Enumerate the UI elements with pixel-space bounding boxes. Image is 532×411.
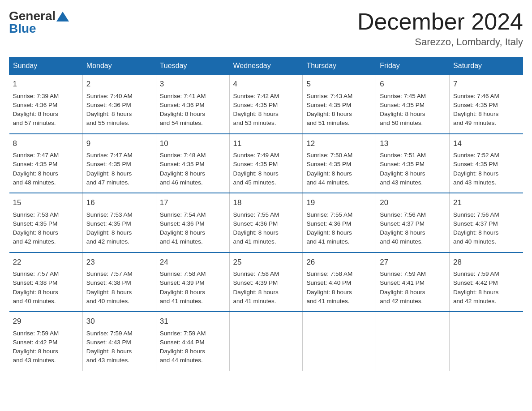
day-number: 10 <box>160 138 226 150</box>
calendar-cell: 4Sunrise: 7:42 AMSunset: 4:35 PMDaylight… <box>229 75 303 134</box>
calendar-cell: 6Sunrise: 7:45 AMSunset: 4:35 PMDaylight… <box>376 75 450 134</box>
logo-text-blue: Blue <box>9 21 69 36</box>
day-number: 31 <box>160 316 226 327</box>
day-number: 22 <box>13 257 79 268</box>
day-number: 21 <box>453 197 519 209</box>
calendar-cell: 19Sunrise: 7:55 AMSunset: 4:36 PMDayligh… <box>303 193 376 253</box>
calendar-cell: 26Sunrise: 7:58 AMSunset: 4:40 PMDayligh… <box>303 253 376 312</box>
calendar-cell: 15Sunrise: 7:53 AMSunset: 4:35 PMDayligh… <box>9 193 83 253</box>
calendar-cell: 8Sunrise: 7:47 AMSunset: 4:35 PMDaylight… <box>9 134 83 193</box>
calendar-cell: 11Sunrise: 7:49 AMSunset: 4:35 PMDayligh… <box>229 134 303 193</box>
calendar-cell: 18Sunrise: 7:55 AMSunset: 4:36 PMDayligh… <box>229 193 303 253</box>
calendar-cell: 14Sunrise: 7:52 AMSunset: 4:35 PMDayligh… <box>450 134 523 193</box>
col-tuesday: Tuesday <box>156 57 229 75</box>
logo-triangle-icon <box>56 12 69 21</box>
calendar-cell <box>376 312 450 371</box>
logo-text-general: General <box>9 9 56 23</box>
calendar-cell: 31Sunrise: 7:59 AMSunset: 4:44 PMDayligh… <box>156 312 229 371</box>
day-number: 26 <box>306 257 372 268</box>
day-number: 12 <box>306 138 372 150</box>
col-friday: Friday <box>376 57 450 75</box>
days-of-week-row: Sunday Monday Tuesday Wednesday Thursday… <box>9 57 523 75</box>
calendar-body: 1Sunrise: 7:39 AMSunset: 4:36 PMDaylight… <box>9 75 523 371</box>
calendar-week-row: 1Sunrise: 7:39 AMSunset: 4:36 PMDaylight… <box>9 75 523 134</box>
calendar-cell <box>229 312 303 371</box>
calendar-cell: 13Sunrise: 7:51 AMSunset: 4:35 PMDayligh… <box>376 134 450 193</box>
calendar-cell: 2Sunrise: 7:40 AMSunset: 4:36 PMDaylight… <box>82 75 156 134</box>
calendar-cell: 25Sunrise: 7:58 AMSunset: 4:39 PMDayligh… <box>229 253 303 312</box>
day-number: 15 <box>13 197 79 209</box>
day-number: 29 <box>13 316 79 327</box>
col-sunday: Sunday <box>9 57 83 75</box>
day-number: 14 <box>453 138 519 150</box>
calendar-cell: 27Sunrise: 7:59 AMSunset: 4:41 PMDayligh… <box>376 253 450 312</box>
calendar-cell: 5Sunrise: 7:43 AMSunset: 4:35 PMDaylight… <box>303 75 376 134</box>
col-monday: Monday <box>82 57 156 75</box>
calendar-cell: 22Sunrise: 7:57 AMSunset: 4:38 PMDayligh… <box>9 253 83 312</box>
day-number: 23 <box>86 257 152 268</box>
calendar-week-row: 22Sunrise: 7:57 AMSunset: 4:38 PMDayligh… <box>9 253 523 312</box>
logo: General Blue <box>9 9 69 36</box>
calendar-cell: 1Sunrise: 7:39 AMSunset: 4:36 PMDaylight… <box>9 75 83 134</box>
calendar-cell <box>450 312 523 371</box>
calendar-cell: 21Sunrise: 7:56 AMSunset: 4:37 PMDayligh… <box>450 193 523 253</box>
calendar-cell: 10Sunrise: 7:48 AMSunset: 4:35 PMDayligh… <box>156 134 229 193</box>
day-number: 24 <box>160 257 226 268</box>
day-number: 7 <box>453 78 519 90</box>
calendar-cell: 17Sunrise: 7:54 AMSunset: 4:36 PMDayligh… <box>156 193 229 253</box>
day-number: 19 <box>306 197 372 209</box>
calendar-cell: 16Sunrise: 7:53 AMSunset: 4:35 PMDayligh… <box>82 193 156 253</box>
day-number: 1 <box>13 78 79 90</box>
calendar-cell: 29Sunrise: 7:59 AMSunset: 4:42 PMDayligh… <box>9 312 83 371</box>
calendar-table: Sunday Monday Tuesday Wednesday Thursday… <box>9 57 523 371</box>
day-number: 18 <box>233 197 299 209</box>
day-number: 9 <box>86 138 152 150</box>
calendar-cell: 12Sunrise: 7:50 AMSunset: 4:35 PMDayligh… <box>303 134 376 193</box>
day-number: 20 <box>380 197 446 209</box>
month-title: December 2024 <box>357 9 523 34</box>
day-number: 17 <box>160 197 226 209</box>
day-number: 28 <box>453 257 519 268</box>
day-number: 13 <box>380 138 446 150</box>
day-number: 27 <box>380 257 446 268</box>
calendar-header: Sunday Monday Tuesday Wednesday Thursday… <box>9 57 523 75</box>
calendar-cell: 7Sunrise: 7:46 AMSunset: 4:35 PMDaylight… <box>450 75 523 134</box>
calendar-cell: 24Sunrise: 7:58 AMSunset: 4:39 PMDayligh… <box>156 253 229 312</box>
day-number: 16 <box>86 197 152 209</box>
day-number: 11 <box>233 138 299 150</box>
day-number: 25 <box>233 257 299 268</box>
calendar-cell: 20Sunrise: 7:56 AMSunset: 4:37 PMDayligh… <box>376 193 450 253</box>
col-thursday: Thursday <box>303 57 376 75</box>
calendar-cell: 30Sunrise: 7:59 AMSunset: 4:43 PMDayligh… <box>82 312 156 371</box>
calendar-week-row: 8Sunrise: 7:47 AMSunset: 4:35 PMDaylight… <box>9 134 523 193</box>
calendar-cell <box>303 312 376 371</box>
calendar-cell: 23Sunrise: 7:57 AMSunset: 4:38 PMDayligh… <box>82 253 156 312</box>
col-wednesday: Wednesday <box>229 57 303 75</box>
day-number: 6 <box>380 78 446 90</box>
page-header: General Blue December 2024 Sarezzo, Lomb… <box>9 9 523 48</box>
day-number: 8 <box>13 138 79 150</box>
day-number: 30 <box>86 316 152 327</box>
title-block: December 2024 Sarezzo, Lombardy, Italy <box>357 9 523 48</box>
day-number: 2 <box>86 78 152 90</box>
calendar-cell: 9Sunrise: 7:47 AMSunset: 4:35 PMDaylight… <box>82 134 156 193</box>
day-number: 5 <box>306 78 372 90</box>
calendar-cell: 3Sunrise: 7:41 AMSunset: 4:36 PMDaylight… <box>156 75 229 134</box>
calendar-week-row: 29Sunrise: 7:59 AMSunset: 4:42 PMDayligh… <box>9 312 523 371</box>
day-number: 4 <box>233 78 299 90</box>
calendar-cell: 28Sunrise: 7:59 AMSunset: 4:42 PMDayligh… <box>450 253 523 312</box>
day-number: 3 <box>160 78 226 90</box>
location: Sarezzo, Lombardy, Italy <box>357 36 523 48</box>
calendar-week-row: 15Sunrise: 7:53 AMSunset: 4:35 PMDayligh… <box>9 193 523 253</box>
col-saturday: Saturday <box>450 57 523 75</box>
